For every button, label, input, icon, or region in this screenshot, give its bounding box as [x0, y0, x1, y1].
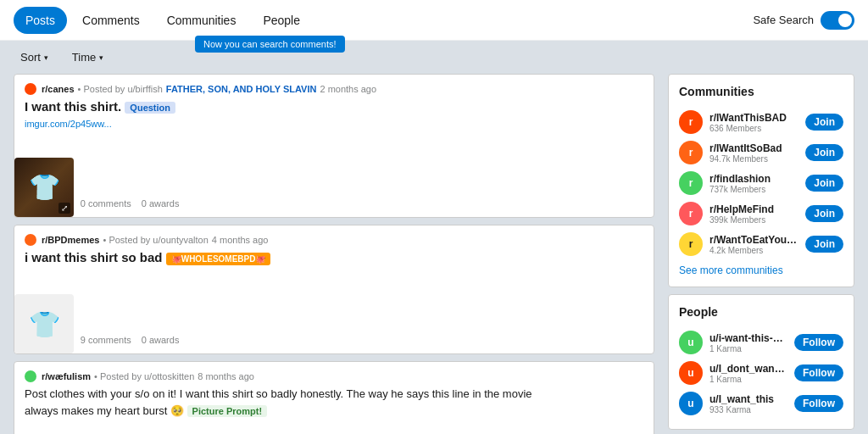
time-chevron-icon: ▾: [99, 53, 103, 62]
post-footer: 89 upvotes 9 comments 0 awards: [25, 335, 643, 345]
community-info: r/WantToEatYourPanc... 4.2k Members: [709, 234, 798, 255]
community-item: r r/WantToEatYourPanc... 4.2k Members Jo…: [679, 229, 843, 259]
tab-people[interactable]: People: [251, 7, 312, 34]
subreddit-icon: [25, 83, 36, 95]
join-button[interactable]: Join: [805, 114, 843, 131]
people-item: u u/i-want-this-shirt 1 Karma Follow: [679, 327, 843, 358]
join-button[interactable]: Join: [805, 144, 843, 161]
post-card[interactable]: r/canes • Posted by u/birffish FATHER, S…: [14, 74, 654, 218]
people-item: u u/I_dont_want_this 1 Karma Follow: [679, 358, 843, 388]
post-card[interactable]: r/wæfulism • Posted by u/ottoskitten 8 m…: [14, 361, 654, 434]
person-info: u/I_dont_want_this 1 Karma: [709, 363, 787, 384]
tab-communities[interactable]: Communities: [155, 7, 248, 34]
community-avatar: r: [679, 171, 703, 195]
community-info: r/IWantItSoBad 94.7k Members: [709, 142, 798, 164]
expand-icon: ⤢: [58, 203, 70, 214]
top-nav: Posts Comments Communities People Safe S…: [0, 0, 868, 41]
safe-search-toggle[interactable]: [821, 11, 854, 30]
post-body: Post clothes with your s/o on it! I want…: [25, 386, 643, 419]
community-avatar: r: [679, 141, 703, 164]
community-item: r r/IWantItSoBad 94.7k Members Join: [679, 137, 843, 168]
communities-card: Communities r r/IWantThisBAD 636 Members…: [668, 74, 854, 287]
community-item: r r/HelpMeFind 399k Members Join: [679, 198, 843, 229]
join-button[interactable]: Join: [805, 236, 843, 253]
tab-posts[interactable]: Posts: [14, 7, 67, 34]
sort-dropdown[interactable]: Sort ▾: [14, 47, 55, 67]
post-title: I want this shirt. Question: [25, 98, 643, 115]
follow-button[interactable]: Follow: [794, 395, 843, 412]
person-avatar: u: [679, 331, 703, 354]
search-tooltip: Now you can search comments!: [195, 36, 345, 53]
tab-comments[interactable]: Comments: [70, 7, 152, 34]
join-button[interactable]: Join: [805, 205, 843, 222]
main-layout: r/canes • Posted by u/birffish FATHER, S…: [0, 74, 868, 434]
sort-bar: Sort ▾ Time ▾: [0, 41, 868, 74]
person-info: u/I_want_this 933 Karma: [709, 393, 787, 415]
community-avatar: r: [679, 232, 703, 256]
follow-button[interactable]: Follow: [794, 364, 843, 381]
communities-title: Communities: [679, 85, 843, 98]
community-item: r r/findIashion 737k Members Join: [679, 168, 843, 198]
post-link[interactable]: imgur.com/2p45ww...: [25, 119, 643, 129]
community-info: r/HelpMeFind 399k Members: [709, 203, 798, 225]
community-item: r r/IWantThisBAD 636 Members Join: [679, 107, 843, 137]
feed-column: r/canes • Posted by u/birffish FATHER, S…: [14, 74, 654, 434]
post-card[interactable]: r/BPDmemes • Posted by u/ountyvalton 4 m…: [14, 225, 654, 355]
see-more-communities-link[interactable]: See more communities: [679, 264, 843, 276]
post-thumbnail: 👕: [14, 294, 74, 353]
people-card: People u u/i-want-this-shirt 1 Karma Fol…: [668, 294, 854, 430]
community-avatar: r: [679, 202, 703, 225]
person-info: u/i-want-this-shirt 1 Karma: [709, 332, 787, 353]
time-dropdown[interactable]: Time ▾: [65, 47, 110, 67]
join-button[interactable]: Join: [805, 175, 843, 192]
subreddit-icon: [25, 234, 36, 246]
sidebar-column: Communities r r/IWantThisBAD 636 Members…: [668, 74, 854, 434]
community-info: r/IWantThisBAD 636 Members: [709, 112, 798, 133]
post-thumbnail: 👕 ⤢: [14, 158, 74, 217]
subreddit-icon: [25, 370, 36, 382]
safe-search-label: Safe Search: [753, 14, 814, 26]
people-item: u u/I_want_this 933 Karma Follow: [679, 388, 843, 419]
person-avatar: u: [679, 392, 703, 415]
post-title: i want this shirt so bad 🐙WHOLESOMEBPD🐙: [25, 249, 643, 266]
people-title: People: [679, 305, 843, 319]
post-meta: r/canes • Posted by u/birffish FATHER, S…: [25, 83, 643, 95]
follow-button[interactable]: Follow: [794, 334, 843, 351]
sort-chevron-icon: ▾: [44, 53, 48, 62]
post-meta: r/BPDmemes • Posted by u/ountyvalton 4 m…: [25, 234, 643, 246]
safe-search-container: Safe Search: [753, 11, 854, 30]
person-avatar: u: [679, 361, 703, 385]
post-meta: r/wæfulism • Posted by u/ottoskitten 8 m…: [25, 370, 643, 382]
post-footer: 57 upvotes 0 comments 0 awards: [25, 198, 643, 209]
community-info: r/findIashion 737k Members: [709, 173, 798, 194]
community-avatar: r: [679, 110, 703, 134]
